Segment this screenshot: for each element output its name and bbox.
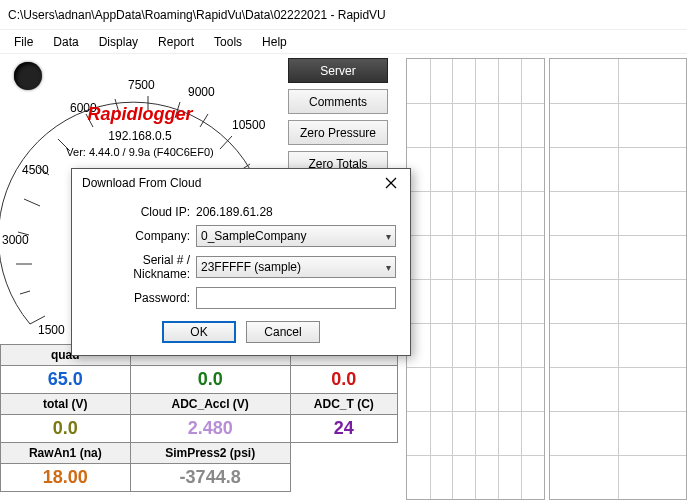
dialog-close-button[interactable] bbox=[378, 173, 404, 193]
password-input[interactable] bbox=[196, 287, 396, 309]
svg-line-8 bbox=[20, 291, 30, 294]
gauge-version: Ver: 4.44.0 / 9.9a (F40C6EF0) bbox=[50, 146, 230, 158]
val-adc-t: 24 bbox=[290, 415, 397, 443]
company-select[interactable]: 0_SampleCompany ▾ bbox=[196, 225, 396, 247]
tick-label: 9000 bbox=[188, 85, 215, 99]
serial-label: Serial # / Nickname: bbox=[86, 253, 196, 281]
tick-label: 4500 bbox=[22, 163, 49, 177]
server-button[interactable]: Server bbox=[288, 58, 388, 83]
chart-1 bbox=[406, 58, 545, 500]
chevron-down-icon: ▾ bbox=[386, 262, 391, 273]
val-quad-c: 0.0 bbox=[290, 366, 397, 394]
cloud-ip-label: Cloud IP: bbox=[86, 205, 196, 219]
chart-area bbox=[406, 58, 687, 500]
window-title: C:\Users\adnan\AppData\Roaming\RapidVu\D… bbox=[8, 8, 386, 22]
menu-display[interactable]: Display bbox=[89, 31, 148, 53]
menu-file[interactable]: File bbox=[4, 31, 43, 53]
zero-pressure-button[interactable]: Zero Pressure bbox=[288, 120, 388, 145]
cancel-button[interactable]: Cancel bbox=[246, 321, 320, 343]
gauge-title: Rapidlogger bbox=[60, 104, 220, 125]
download-from-cloud-dialog: Download From Cloud Cloud IP: 206.189.61… bbox=[71, 168, 411, 356]
tick-label: 3000 bbox=[2, 233, 29, 247]
side-buttons: Server Comments Zero Pressure Zero Total… bbox=[288, 58, 388, 176]
close-icon bbox=[385, 177, 397, 189]
val-quad: 65.0 bbox=[1, 366, 131, 394]
password-label: Password: bbox=[86, 291, 196, 305]
val-adc-accl: 2.480 bbox=[130, 415, 290, 443]
hdr-adc-accl: ADC_Accl (V) bbox=[130, 394, 290, 415]
tick-label: 10500 bbox=[232, 118, 266, 132]
val-quad-b: 0.0 bbox=[130, 366, 290, 394]
hdr-adc-t: ADC_T (C) bbox=[290, 394, 397, 415]
menu-help[interactable]: Help bbox=[252, 31, 297, 53]
tick-label: 7500 bbox=[128, 78, 155, 92]
window-titlebar: C:\Users\adnan\AppData\Roaming\RapidVu\D… bbox=[0, 0, 687, 30]
chart-2 bbox=[549, 58, 688, 500]
company-select-value: 0_SampleCompany bbox=[201, 229, 306, 243]
cloud-ip-value: 206.189.61.28 bbox=[196, 205, 273, 219]
hdr-simpress2: SimPress2 (psi) bbox=[130, 443, 290, 464]
menu-report[interactable]: Report bbox=[148, 31, 204, 53]
val-rawan1: 18.00 bbox=[1, 464, 131, 492]
menu-tools[interactable]: Tools bbox=[204, 31, 252, 53]
company-label: Company: bbox=[86, 229, 196, 243]
serial-select-value: 23FFFFF (sample) bbox=[201, 260, 301, 274]
hdr-total: total (V) bbox=[1, 394, 131, 415]
svg-line-2 bbox=[24, 199, 40, 206]
menubar: File Data Display Report Tools Help bbox=[0, 30, 687, 54]
comments-button[interactable]: Comments bbox=[288, 89, 388, 114]
dialog-title: Download From Cloud bbox=[82, 176, 201, 190]
ok-button[interactable]: OK bbox=[162, 321, 236, 343]
serial-select[interactable]: 23FFFFF (sample) ▾ bbox=[196, 256, 396, 278]
val-simpress2: -3744.8 bbox=[130, 464, 290, 492]
readings-table: quad 65.0 0.0 0.0 total (V) ADC_Accl (V)… bbox=[0, 344, 398, 492]
tick-label: 1500 bbox=[38, 323, 65, 337]
val-total: 0.0 bbox=[1, 415, 131, 443]
chevron-down-icon: ▾ bbox=[386, 231, 391, 242]
menu-data[interactable]: Data bbox=[43, 31, 88, 53]
hdr-rawan1: RawAn1 (na) bbox=[1, 443, 131, 464]
gauge-ip: 192.168.0.5 bbox=[60, 129, 220, 143]
